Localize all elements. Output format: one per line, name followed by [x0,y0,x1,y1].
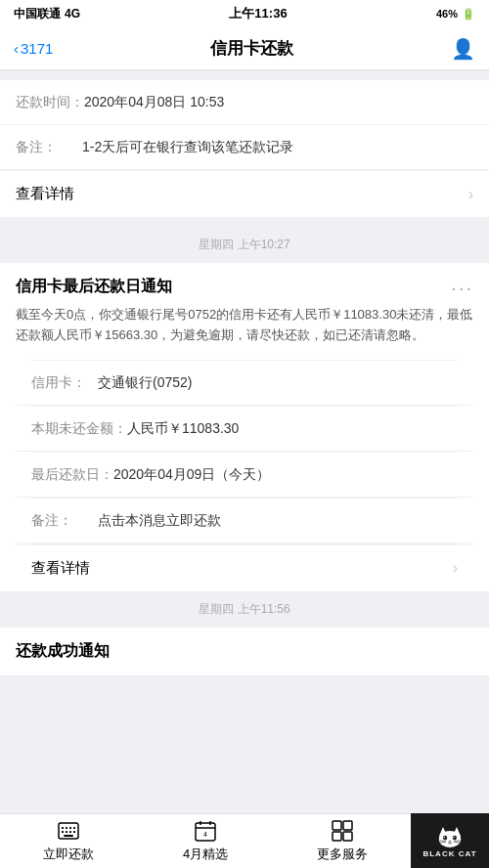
blackcat-watermark: BLACK CAT [411,813,489,868]
svg-text:4: 4 [203,831,207,838]
page-title: 信用卡还款 [210,37,293,60]
payment-time-row: 还款时间： 2020年04月08日 10:53 [0,80,489,125]
battery-icon: 🔋 [462,8,475,21]
svg-point-25 [454,836,455,837]
notif-due-row: 最后还款日： 2020年04月09日（今天） [16,453,473,498]
notification-card: 信用卡最后还款日通知 ··· 截至今天0点，你交通银行尾号0752的信用卡还有人… [0,263,489,591]
svg-point-22 [443,835,447,840]
svg-point-26 [449,840,451,841]
credit-card-value: 交通银行(0752) [98,372,458,393]
svg-rect-1 [62,827,64,829]
network-label: 4G [65,7,80,21]
payment-card: 还款时间： 2020年04月08日 10:53 备注： 1-2天后可在银行查询该… [0,80,489,217]
svg-rect-6 [66,831,67,833]
status-right: 46% 🔋 [436,8,475,21]
payment-time-label: 还款时间： [16,92,84,112]
payment-note-row: 备注： 1-2天后可在银行查询该笔还款记录 [0,125,489,170]
svg-rect-18 [343,832,352,841]
blackcat-logo-icon [436,824,464,847]
status-left: 中国联通 4G [14,6,80,22]
status-time: 上午11:36 [229,5,287,22]
view-details-label-2: 查看详情 [31,559,90,578]
svg-point-23 [453,835,457,840]
view-details-button-2[interactable]: 查看详情 › [16,544,473,591]
tab-april[interactable]: 4 4月精选 [137,814,274,868]
tab-more-services[interactable]: 更多服务 [274,814,411,868]
partial-card-title: 还款成功通知 [16,642,110,659]
carrier-label: 中国联通 [14,6,61,22]
more-options-icon[interactable]: ··· [451,278,473,297]
remark-value: 点击本消息立即还款 [98,510,458,531]
svg-point-21 [439,831,461,847]
remark-label: 备注： [31,510,98,531]
tab-pay-now[interactable]: 立即还款 [0,814,137,868]
notif-card-row: 信用卡： 交通银行(0752) [16,361,473,406]
credit-card-label: 信用卡： [31,372,98,393]
back-label: 3171 [21,40,53,57]
view-details-label-1: 查看详情 [16,185,74,203]
due-date-value: 2020年04月09日（今天） [113,464,458,485]
svg-rect-4 [73,827,75,829]
svg-rect-8 [73,831,75,833]
amount-label: 本期未还金额： [31,418,127,439]
chevron-right-icon-2: › [453,559,458,577]
calendar-icon: 4 [194,819,217,843]
notif-body-text: 截至今天0点，你交通银行尾号0752的信用卡还有人民币￥11083.30未还清，… [16,305,473,346]
status-bar: 中国联通 4G 上午11:36 46% 🔋 [0,0,489,27]
svg-rect-5 [62,831,64,833]
battery-label: 46% [436,8,458,20]
blackcat-text-label: BLACK CAT [422,849,476,858]
svg-rect-7 [69,831,71,833]
svg-point-24 [444,836,445,837]
notif-header: 信用卡最后还款日通知 ··· [16,277,473,297]
tab-more-label: 更多服务 [317,846,368,863]
svg-rect-2 [66,827,67,829]
notif-title: 信用卡最后还款日通知 [16,277,172,297]
svg-rect-3 [69,827,71,829]
nav-bar: ‹ 3171 信用卡还款 👤 [0,27,489,70]
back-button[interactable]: ‹ 3171 [14,40,53,57]
content-area: 还款时间： 2020年04月08日 10:53 备注： 1-2天后可在银行查询该… [0,70,489,734]
keyboard-icon [57,819,80,843]
time-divider-2: 星期四 上午11:56 [0,591,489,628]
notif-amount-row: 本期未还金额： 人民币￥11083.30 [16,407,473,452]
view-details-button-1[interactable]: 查看详情 › [0,170,489,217]
notif-remark-row: 备注： 点击本消息立即还款 [16,499,473,543]
svg-rect-15 [333,821,341,830]
svg-rect-9 [64,835,73,837]
back-chevron-icon: ‹ [14,40,19,57]
payment-note-value: 1-2天后可在银行查询该笔还款记录 [82,137,473,157]
grid-icon [331,819,354,843]
svg-rect-16 [343,821,352,830]
tab-pay-label: 立即还款 [43,846,94,863]
partial-notif-card: 还款成功通知 [0,628,489,675]
tab-april-label: 4月精选 [183,846,228,863]
chevron-right-icon-1: › [468,186,473,203]
payment-time-value: 2020年04月08日 10:53 [84,92,473,112]
amount-value: 人民币￥11083.30 [127,418,458,439]
payment-note-label: 备注： [16,137,82,157]
due-date-label: 最后还款日： [31,464,113,485]
svg-rect-17 [333,832,341,841]
profile-icon[interactable]: 👤 [451,37,475,61]
time-divider-1: 星期四 上午10:27 [0,227,489,263]
